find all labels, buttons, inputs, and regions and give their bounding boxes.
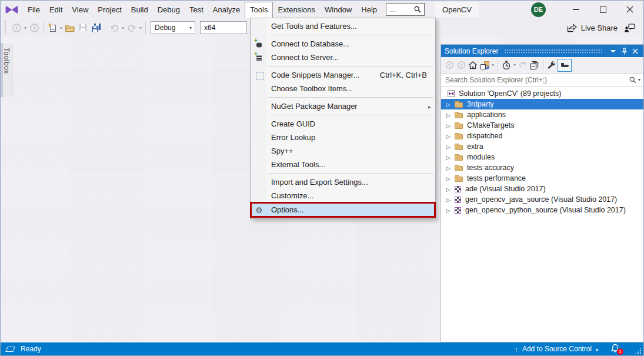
menu-item[interactable]: Connect to Database... — [251, 37, 435, 51]
menubar-item[interactable]: Edit — [45, 2, 67, 18]
tree-row[interactable]: extra — [441, 141, 643, 152]
menu-item[interactable]: Import and Export Settings... — [251, 175, 435, 189]
preview-selected-items-toggle[interactable] — [558, 59, 572, 72]
forward-button[interactable] — [455, 58, 467, 72]
menu-item[interactable]: External Tools... — [251, 158, 435, 171]
home-button[interactable] — [467, 58, 479, 72]
save-all-button[interactable] — [89, 21, 102, 35]
menubar-item[interactable]: File — [23, 2, 45, 18]
menubar-item[interactable]: Analyze — [208, 2, 245, 18]
menubar-item[interactable]: Test — [185, 2, 208, 18]
new-project-button[interactable] — [46, 21, 59, 35]
menu-item[interactable]: Error Lookup — [251, 131, 435, 144]
back-dropdown-caret[interactable]: ▾ — [23, 25, 28, 31]
menubar-item[interactable]: Tools — [245, 2, 273, 18]
menu-item[interactable]: Create GUID — [251, 117, 435, 131]
expand-arrow-icon[interactable] — [446, 185, 455, 193]
redo-button[interactable] — [125, 21, 138, 35]
search-icon[interactable] — [629, 76, 637, 84]
menubar-item[interactable]: Window — [320, 2, 356, 18]
expand-arrow-icon[interactable] — [446, 174, 455, 182]
back-button[interactable] — [443, 58, 455, 72]
menubar-item[interactable]: Build — [126, 2, 153, 18]
navigate-back-button[interactable] — [10, 21, 23, 35]
window-position-caret-icon[interactable] — [608, 46, 618, 56]
close-button[interactable] — [616, 1, 643, 18]
menu-item[interactable] — [268, 66, 433, 66]
tree-row[interactable]: 3rdparty — [441, 99, 643, 109]
menubar-item[interactable]: Debug — [153, 2, 185, 18]
menu-item[interactable] — [268, 35, 433, 35]
live-share-button[interactable]: Live Share — [566, 23, 618, 33]
menu-item[interactable] — [268, 173, 433, 174]
close-panel-icon[interactable] — [630, 46, 640, 56]
minimize-button[interactable] — [562, 1, 589, 18]
expand-arrow-icon[interactable] — [446, 121, 455, 129]
pending-changes-filter-button[interactable] — [500, 58, 512, 72]
menu-item[interactable]: Choose Toolbox Items... — [251, 82, 435, 95]
resize-grip[interactable] — [635, 347, 642, 354]
tree-row[interactable]: gen_opencv_java_source (Visual Studio 20… — [441, 194, 643, 205]
solution-explorer-search-input[interactable] — [441, 76, 629, 84]
expand-arrow-icon[interactable] — [446, 111, 455, 119]
menu-item[interactable]: Code Snippets Manager... Ctrl+K, Ctrl+B — [251, 68, 435, 82]
menubar-item[interactable]: Extensions — [273, 2, 320, 18]
solution-explorer-search[interactable]: ▾ — [441, 73, 643, 86]
tree-row[interactable]: tests performance — [441, 173, 643, 184]
menubar-item[interactable]: Help — [356, 2, 382, 18]
undo-button[interactable] — [108, 21, 121, 35]
sync-button[interactable] — [517, 58, 529, 72]
expand-arrow-icon[interactable] — [446, 164, 455, 172]
user-avatar[interactable]: DE — [531, 2, 546, 17]
redo-dropdown-caret[interactable]: ▾ — [138, 25, 143, 31]
expand-arrow-icon[interactable] — [446, 206, 455, 214]
quick-search-input[interactable] — [386, 5, 411, 14]
menu-item[interactable]: Connect to Server... — [251, 51, 435, 64]
menu-item[interactable]: NuGet Package Manager — [251, 99, 435, 113]
pin-icon[interactable] — [619, 46, 629, 56]
add-to-source-control-button[interactable]: Add to Source Control — [522, 345, 592, 353]
menu-item[interactable]: Customize... — [251, 189, 435, 202]
new-project-dropdown-caret[interactable]: ▾ — [59, 25, 64, 31]
tree-row[interactable]: ade (Visual Studio 2017) — [441, 184, 643, 194]
pending-changes-caret[interactable]: ▾ — [512, 62, 517, 68]
tree-row[interactable]: modules — [441, 152, 643, 162]
tree-row[interactable]: Solution 'OpenCV' (89 projects) — [441, 88, 643, 99]
navigate-forward-button[interactable] — [28, 21, 41, 35]
menu-item[interactable]: Spy++ — [251, 144, 435, 158]
undo-dropdown-caret[interactable]: ▾ — [121, 25, 125, 31]
menu-item[interactable]: Get Tools and Features... — [251, 19, 435, 33]
expand-arrow-icon[interactable] — [446, 142, 455, 151]
expand-arrow-icon[interactable] — [446, 100, 455, 108]
menubar-item[interactable]: View — [67, 2, 93, 18]
expand-arrow-icon[interactable] — [446, 153, 455, 161]
collapse-all-button[interactable] — [529, 58, 540, 72]
toolbox-tab[interactable]: Toolbox — [1, 43, 13, 97]
solution-platform-combo[interactable]: x64 — [200, 21, 247, 34]
expand-arrow-icon[interactable] — [446, 195, 455, 204]
open-file-button[interactable] — [64, 21, 76, 35]
quick-search-box[interactable] — [386, 3, 425, 16]
source-control-caret-icon[interactable]: ▴ — [596, 347, 598, 352]
properties-button[interactable] — [546, 58, 558, 72]
maximize-button[interactable] — [589, 1, 616, 18]
search-options-caret[interactable]: ▾ — [638, 77, 640, 82]
tree-row[interactable]: dispatched — [441, 131, 643, 141]
menu-item[interactable] — [268, 97, 433, 98]
tree-row[interactable]: tests accuracy — [441, 162, 643, 173]
expand-arrow-icon[interactable] — [446, 132, 455, 140]
tree-row[interactable]: CMakeTargets — [441, 120, 643, 131]
tree-row[interactable]: applications — [441, 109, 643, 120]
switch-views-button[interactable] — [479, 58, 490, 72]
toolbar-grip[interactable] — [4, 21, 7, 35]
solution-configuration-combo[interactable]: Debug ▾ — [151, 21, 195, 34]
menu-item[interactable] — [268, 115, 433, 115]
menubar-item[interactable]: Project — [93, 2, 126, 18]
tree-row[interactable]: gen_opencv_python_source (Visual Studio … — [441, 205, 643, 215]
feedback-button[interactable] — [623, 21, 636, 35]
menu-item[interactable]: Options... — [251, 202, 435, 217]
switch-views-caret[interactable]: ▾ — [490, 62, 495, 68]
solution-explorer-titlebar[interactable]: Solution Explorer — [441, 45, 643, 57]
notifications-button[interactable]: 1 — [610, 344, 621, 354]
save-button[interactable] — [76, 21, 89, 35]
